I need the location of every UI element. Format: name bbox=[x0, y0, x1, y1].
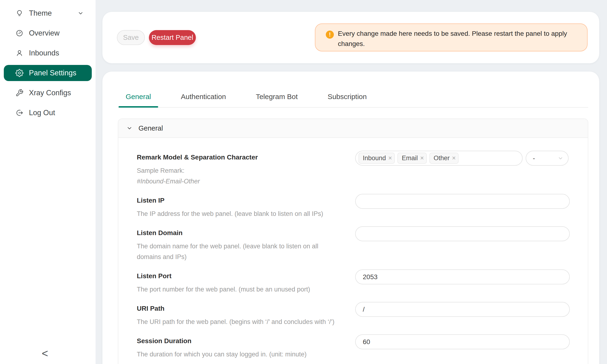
row-text: URI Path The URI path for the web panel.… bbox=[137, 302, 355, 327]
form-row-listen-domain: Listen Domain The domain name for the we… bbox=[137, 226, 570, 262]
lightbulb-icon bbox=[15, 9, 24, 17]
sidebar-item-log-out[interactable]: Log Out bbox=[4, 105, 92, 121]
row-description: The URI path for the web panel. (begins … bbox=[137, 317, 346, 327]
tag-remove-icon[interactable]: × bbox=[452, 155, 456, 161]
row-description-line: The duration for which you can stay logg… bbox=[137, 349, 346, 360]
gear-icon bbox=[15, 69, 24, 77]
sidebar-nav: Theme Overview Inbounds bbox=[0, 0, 95, 121]
chevron-down-icon bbox=[126, 125, 132, 131]
tab-label: Subscription bbox=[328, 93, 367, 101]
warning-alert-message: Every change made here needs to be saved… bbox=[338, 28, 567, 49]
sidebar-item-label: Log Out bbox=[29, 108, 55, 117]
row-controls bbox=[355, 194, 570, 209]
tab-label: General bbox=[126, 93, 151, 101]
row-description-line: The URI path for the web panel. (begins … bbox=[137, 317, 346, 327]
uri-path-input[interactable] bbox=[355, 302, 570, 317]
sidebar-item-inbounds[interactable]: Inbounds bbox=[4, 45, 92, 61]
logout-icon bbox=[15, 109, 24, 117]
settings-tabs: General Authentication Telegram Bot Subs… bbox=[118, 86, 588, 108]
sidebar-item-label: Xray Configs bbox=[29, 89, 71, 97]
separation-character-select[interactable]: - bbox=[526, 151, 568, 166]
row-text: Listen Domain The domain name for the we… bbox=[137, 226, 355, 262]
restart-panel-button[interactable]: Restart Panel bbox=[149, 30, 196, 45]
row-label: Listen Domain bbox=[137, 229, 346, 237]
row-label: URI Path bbox=[137, 304, 346, 313]
session-duration-input[interactable] bbox=[355, 334, 570, 349]
toolbar-card: Save Restart Panel ! Every change made h… bbox=[102, 12, 599, 63]
row-controls bbox=[355, 226, 570, 241]
form-row-listen-port: Listen Port The port number for the web … bbox=[137, 270, 570, 295]
wrench-icon bbox=[15, 89, 24, 97]
row-description: The IP address for the web panel. (leave… bbox=[137, 208, 346, 219]
save-button[interactable]: Save bbox=[117, 30, 145, 45]
sidebar-item-label: Panel Settings bbox=[29, 69, 76, 77]
tag-label: Email bbox=[402, 155, 418, 162]
row-description: Sample Remark: #Inbound-Email-Other bbox=[137, 165, 346, 187]
sidebar-item-theme[interactable]: Theme bbox=[4, 5, 92, 21]
row-description-line: The port number for the web panel. (must… bbox=[137, 284, 346, 295]
settings-card: General Authentication Telegram Bot Subs… bbox=[102, 72, 599, 364]
sidebar-item-overview[interactable]: Overview bbox=[4, 25, 92, 41]
row-controls bbox=[355, 302, 570, 317]
listen-ip-input[interactable] bbox=[355, 194, 570, 209]
row-controls bbox=[355, 334, 570, 349]
row-description: The port number for the web panel. (must… bbox=[137, 284, 346, 295]
form-row-listen-ip: Listen IP The IP address for the web pan… bbox=[137, 194, 570, 219]
form-row-session-duration: Session Duration The duration for which … bbox=[137, 334, 570, 360]
tag-inbound: Inbound × bbox=[358, 153, 395, 164]
tag-label: Other bbox=[434, 155, 450, 162]
tag-remove-icon[interactable]: × bbox=[420, 155, 424, 161]
sample-remark-value: #Inbound-Email-Other bbox=[137, 178, 200, 185]
sidebar-item-label: Overview bbox=[29, 29, 60, 38]
general-collapse-header[interactable]: General bbox=[118, 119, 588, 138]
listen-domain-input[interactable] bbox=[355, 226, 570, 241]
tag-label: Inbound bbox=[363, 155, 386, 162]
row-text: Listen IP The IP address for the web pan… bbox=[137, 194, 355, 219]
form-row-remark-model: Remark Model & Separation Character Samp… bbox=[137, 151, 570, 187]
general-collapse: General Remark Model & Separation Charac… bbox=[118, 118, 588, 364]
row-description-line: The domain name for the web panel. (leav… bbox=[137, 241, 346, 252]
warning-alert-line: Every change made here needs to be saved… bbox=[338, 28, 567, 39]
chevron-down-icon bbox=[78, 10, 84, 16]
chevron-down-icon bbox=[558, 156, 563, 161]
sidebar-item-label: Theme bbox=[29, 9, 52, 17]
remark-model-multiselect[interactable]: Inbound × Email × Other × bbox=[355, 151, 523, 166]
user-icon bbox=[15, 49, 24, 57]
row-description-line: domains and IPs) bbox=[137, 252, 346, 262]
warning-alert-line: changes. bbox=[338, 39, 567, 49]
sidebar-item-xray-configs[interactable]: Xray Configs bbox=[4, 85, 92, 101]
tag-remove-icon[interactable]: × bbox=[388, 155, 392, 161]
tab-general[interactable]: General bbox=[119, 86, 158, 107]
row-label: Session Duration bbox=[137, 337, 346, 345]
sidebar-collapse-button[interactable]: < bbox=[42, 348, 48, 359]
warning-alert: ! Every change made here needs to be sav… bbox=[315, 24, 588, 52]
tab-label: Telegram Bot bbox=[256, 93, 298, 101]
main-content: Save Restart Panel ! Every change made h… bbox=[95, 0, 607, 364]
row-text: Listen Port The port number for the web … bbox=[137, 270, 355, 295]
dashboard-icon bbox=[15, 29, 24, 37]
sidebar-item-panel-settings[interactable]: Panel Settings bbox=[4, 65, 92, 81]
tab-subscription[interactable]: Subscription bbox=[321, 86, 374, 107]
sidebar-item-label: Inbounds bbox=[29, 49, 59, 57]
tab-telegram-bot[interactable]: Telegram Bot bbox=[249, 86, 305, 107]
collapse-title: General bbox=[138, 124, 163, 132]
row-description: The domain name for the web panel. (leav… bbox=[137, 241, 346, 262]
row-text: Session Duration The duration for which … bbox=[137, 334, 355, 360]
sample-remark-prefix: Sample Remark: bbox=[137, 165, 346, 176]
row-label: Remark Model & Separation Character bbox=[137, 153, 346, 162]
row-controls: Inbound × Email × Other × bbox=[355, 151, 570, 166]
general-collapse-body: Remark Model & Separation Character Samp… bbox=[118, 138, 588, 364]
warning-icon: ! bbox=[326, 31, 334, 39]
row-description-line: The IP address for the web panel. (leave… bbox=[137, 208, 346, 219]
sidebar: Theme Overview Inbounds bbox=[0, 0, 95, 364]
row-label: Listen Port bbox=[137, 272, 346, 280]
row-description: The duration for which you can stay logg… bbox=[137, 349, 346, 360]
row-label: Listen IP bbox=[137, 196, 346, 205]
row-controls bbox=[355, 270, 570, 284]
tag-other: Other × bbox=[429, 153, 459, 164]
tag-email: Email × bbox=[397, 153, 427, 164]
tab-label: Authentication bbox=[181, 93, 226, 101]
tab-authentication[interactable]: Authentication bbox=[174, 86, 233, 107]
listen-port-input[interactable] bbox=[355, 270, 570, 284]
separation-character-value: - bbox=[533, 155, 535, 162]
